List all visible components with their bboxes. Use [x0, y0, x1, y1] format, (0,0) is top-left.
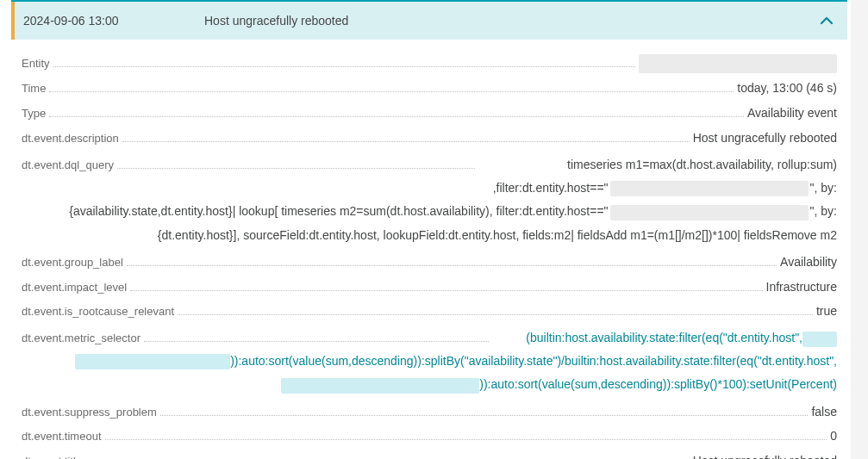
- value-impact: Infrastructure: [766, 277, 837, 296]
- label-type: Type: [22, 105, 46, 123]
- divider-dots: [122, 141, 690, 142]
- metric-text: )):auto:sort(value(sum,descending)):spli…: [479, 377, 837, 391]
- divider-dots: [105, 439, 827, 440]
- redacted-block: [802, 332, 837, 347]
- event-body: Entity Time today, 13:00 (46 s) Type Ava…: [11, 40, 847, 459]
- redacted-block: [610, 181, 809, 196]
- divider-dots: [178, 314, 813, 315]
- row-impact-level: dt.event.impact_level Infrastructure: [22, 277, 837, 297]
- label-timeout: dt.event.timeout: [22, 428, 102, 446]
- value-time: today, 13:00 (46 s): [737, 78, 837, 97]
- label-rootcause: dt.event.is_rootcause_relevant: [22, 303, 174, 321]
- row-metric-selector: dt.event.metric_selector (builtin:host.a…: [22, 326, 837, 396]
- dql-text: {availability.state,dt.entity.host}| loo…: [69, 204, 608, 218]
- value-group: Availability: [780, 252, 837, 271]
- row-dql-query: dt.event.dql_query timeseries m1=max(dt.…: [22, 153, 837, 247]
- divider-dots: [53, 66, 635, 67]
- label-title2: dt.event.title: [22, 453, 82, 459]
- redacted-block: [610, 205, 809, 220]
- row-rootcause: dt.event.is_rootcause_relevant true: [22, 301, 837, 321]
- divider-dots: [49, 116, 744, 117]
- label-impact: dt.event.impact_level: [22, 279, 127, 297]
- redacted-block: [639, 54, 837, 73]
- row-entity: Entity: [22, 53, 837, 73]
- divider-dots: [130, 290, 762, 291]
- metric-link-line2[interactable]: )):auto:sort(value(sum,descending)):spli…: [22, 350, 837, 373]
- label-group: dt.event.group_label: [22, 254, 123, 272]
- dql-text: ", by:: [810, 181, 837, 195]
- value-description: Host ungracefully rebooted: [693, 128, 837, 147]
- event-panel: 2024-09-06 13:00 Host ungracefully reboo…: [11, 0, 847, 459]
- row-timeout: dt.event.timeout 0: [22, 426, 837, 446]
- value-dql-part1: timeseries m1=max(dt.host.availability, …: [478, 153, 837, 201]
- row-eventtitle: dt.event.title Host ungracefully reboote…: [22, 451, 837, 459]
- row-suppress: dt.event.suppress_problem false: [22, 402, 837, 422]
- divider-dots: [127, 265, 777, 266]
- value-title2: Host ungracefully rebooted: [693, 451, 837, 459]
- divider-dots: [49, 91, 734, 92]
- dql-text: ", by:: [810, 204, 837, 218]
- label-description: dt.event.description: [22, 130, 119, 148]
- event-header[interactable]: 2024-09-06 13:00 Host ungracefully reboo…: [11, 2, 847, 40]
- row-group-label: dt.event.group_label Availability: [22, 252, 837, 272]
- label-dql: dt.event.dql_query: [22, 154, 114, 176]
- divider-dots: [117, 168, 476, 169]
- event-date: 2024-09-06 13:00: [23, 14, 204, 28]
- metric-text: (builtin:host.availability.state:filter(…: [526, 331, 802, 344]
- value-timeout: 0: [830, 426, 837, 445]
- metric-link-line3[interactable]: )):auto:sort(value(sum,descending)):spli…: [22, 373, 837, 396]
- value-entity: [639, 53, 837, 73]
- divider-dots: [160, 415, 809, 416]
- row-type: Type Availability event: [22, 103, 837, 123]
- value-suppress: false: [811, 402, 837, 421]
- value-dql-part2: {availability.state,dt.entity.host}| loo…: [22, 200, 837, 223]
- label-entity: Entity: [22, 55, 50, 73]
- metric-text: )):auto:sort(value(sum,descending)):spli…: [230, 354, 837, 368]
- label-metric: dt.event.metric_selector: [22, 328, 141, 350]
- chevron-up-icon[interactable]: [820, 14, 834, 28]
- metric-link-line1[interactable]: (builtin:host.availability.state:filter(…: [492, 326, 837, 350]
- event-title: Host ungracefully rebooted: [204, 14, 820, 28]
- scrollbar-track[interactable]: [851, 0, 868, 459]
- redacted-block: [281, 378, 479, 394]
- value-dql-part3: {dt.entity.host}], sourceField:dt.entity…: [22, 224, 837, 247]
- label-suppress: dt.event.suppress_problem: [22, 404, 157, 422]
- redacted-block: [75, 354, 230, 369]
- label-time: Time: [22, 80, 46, 98]
- value-type: Availability event: [747, 103, 837, 122]
- row-description: dt.event.description Host ungracefully r…: [22, 128, 837, 148]
- value-rootcause: true: [816, 301, 837, 320]
- row-time: Time today, 13:00 (46 s): [22, 78, 837, 98]
- divider-dots: [144, 341, 489, 342]
